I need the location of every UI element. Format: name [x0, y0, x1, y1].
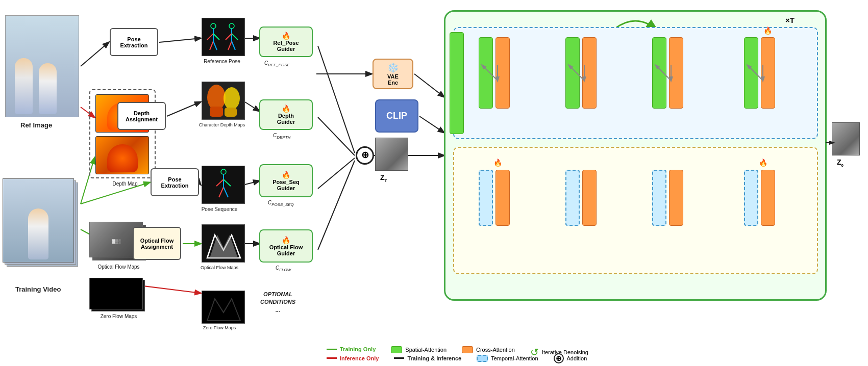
- svg-marker-53: [207, 299, 240, 321]
- c-pose-seq-label: CPOSE_SEQ: [268, 200, 294, 207]
- character-depth-maps-label: Character Depth Maps: [196, 122, 247, 127]
- pose-extraction-1: Pose Extraction: [110, 28, 158, 56]
- pose-seq-thumb: [202, 166, 245, 204]
- z0-label: Z0: [837, 158, 844, 168]
- legend-spatial-attention: Spatial-Attention: [391, 346, 447, 353]
- col4-arrows: [740, 60, 781, 86]
- clip-box: CLIP: [375, 99, 418, 133]
- svg-point-39: [224, 87, 240, 110]
- depth-guider: 🔥 Depth Guider: [259, 99, 313, 130]
- optical-flow-maps-label-2: Optical Flow Maps: [196, 265, 242, 270]
- svg-line-55: [482, 65, 498, 81]
- training-video-label: Training Video: [15, 285, 61, 293]
- svg-line-16: [318, 46, 355, 153]
- svg-line-17: [318, 117, 355, 155]
- c-flow-label: CFLOW: [276, 265, 291, 272]
- legend-inference-only: Inference Only: [327, 355, 379, 361]
- bar-blue-2-bottom: [565, 170, 580, 226]
- bar-orange-3-bottom: [669, 170, 683, 226]
- depth-map-label: Depth Map: [100, 181, 151, 187]
- ref-pose-thumb: [202, 18, 245, 56]
- flame-1: 🔥: [493, 159, 502, 167]
- training-video: [3, 178, 79, 280]
- encoder-col: [450, 32, 465, 134]
- bar-orange-1-bottom: [495, 170, 510, 226]
- char-depth-thumb: [202, 82, 245, 120]
- optical-flow-maps-label-1: Optical Flow Maps: [89, 264, 148, 270]
- svg-line-61: [748, 65, 763, 81]
- bar-blue-1-bottom: [479, 170, 493, 226]
- svg-line-23: [419, 116, 444, 133]
- svg-rect-40: [210, 107, 223, 117]
- svg-line-1: [159, 38, 201, 42]
- reference-pose-label: Reference Pose: [199, 59, 245, 64]
- svg-line-18: [318, 158, 355, 189]
- svg-line-19: [318, 161, 355, 250]
- addition-circle: ⊕: [356, 146, 374, 165]
- legend-training-only: Training Only: [327, 346, 376, 352]
- svg-rect-41: [225, 108, 237, 117]
- pose-extraction-2: Pose Extraction: [151, 168, 199, 196]
- col2-arrows: [562, 60, 603, 86]
- svg-line-22: [414, 74, 444, 97]
- optical-flow-processed-thumb: [202, 224, 245, 263]
- svg-text:▓▒░: ▓▒░: [112, 239, 121, 244]
- c-ref-pose-label: CREF_POSE: [264, 60, 290, 67]
- diagram-container: Ref Image Training Video Depth Map Pose …: [0, 0, 868, 366]
- zero-flow-maps-label-1: Zero Flow Maps: [89, 313, 148, 319]
- legend-temporal-attention: Temporal-Attention: [477, 355, 538, 362]
- depth-assignment: Depth Assignment: [117, 102, 166, 130]
- c-depth-label: CDEPTH: [273, 133, 290, 140]
- svg-line-8: [199, 182, 201, 185]
- bar-orange-4-bottom: [761, 170, 775, 226]
- svg-point-38: [207, 85, 226, 110]
- z0-box: [832, 122, 860, 155]
- ref-image: [5, 15, 79, 117]
- network-outer: ×T: [444, 10, 827, 301]
- zero-flow-maps-left: [89, 278, 148, 313]
- pose-sequence-label: Pose Sequence: [196, 206, 242, 212]
- legend-row-2: Inference Only Training & Inference Temp…: [327, 358, 587, 358]
- vae-enc: ❄️ VAE Enc: [373, 59, 413, 89]
- times-t-label: ×T: [785, 16, 795, 24]
- svg-line-14: [245, 181, 259, 185]
- bar-blue-3-bottom: [652, 170, 666, 226]
- svg-line-13: [245, 102, 259, 111]
- ref-image-label: Ref Image: [20, 121, 52, 129]
- network-to-z0-arrow: [826, 138, 836, 148]
- bar-blue-4-bottom: [744, 170, 758, 226]
- legend-cross-attention: Cross-Attention: [462, 346, 515, 353]
- svg-line-59: [656, 65, 671, 81]
- zt-label: ZT: [380, 173, 387, 183]
- col3-arrows: [649, 60, 689, 86]
- flame-4-bottom: 🔥: [759, 159, 767, 167]
- optical-flow-assignment: Optical Flow Assignment: [133, 227, 181, 260]
- bar-orange-2-bottom: [582, 170, 597, 226]
- zero-flow-processed-thumb: [202, 291, 245, 324]
- svg-line-57: [569, 65, 584, 81]
- optional-conditions: OPTIONAL CONDITIONS ...: [260, 291, 295, 314]
- pose-seq-guider: 🔥 Pose_Seq Guider: [259, 164, 313, 197]
- legend-addition: ⊕ Addition: [554, 353, 587, 363]
- ref-pose-guider: 🔥 Ref_Pose Guider: [259, 27, 313, 57]
- optical-flow-guider: 🔥 Optical Flow Guider: [259, 229, 313, 263]
- col1-arrows: [475, 60, 516, 86]
- svg-line-4: [167, 102, 201, 116]
- legend-training-inference: Training & Inference: [394, 355, 461, 361]
- svg-rect-24: [202, 18, 245, 56]
- zero-flow-maps-label-2: Zero Flow Maps: [196, 325, 242, 330]
- zt-box: [375, 138, 408, 171]
- svg-line-0: [81, 42, 109, 66]
